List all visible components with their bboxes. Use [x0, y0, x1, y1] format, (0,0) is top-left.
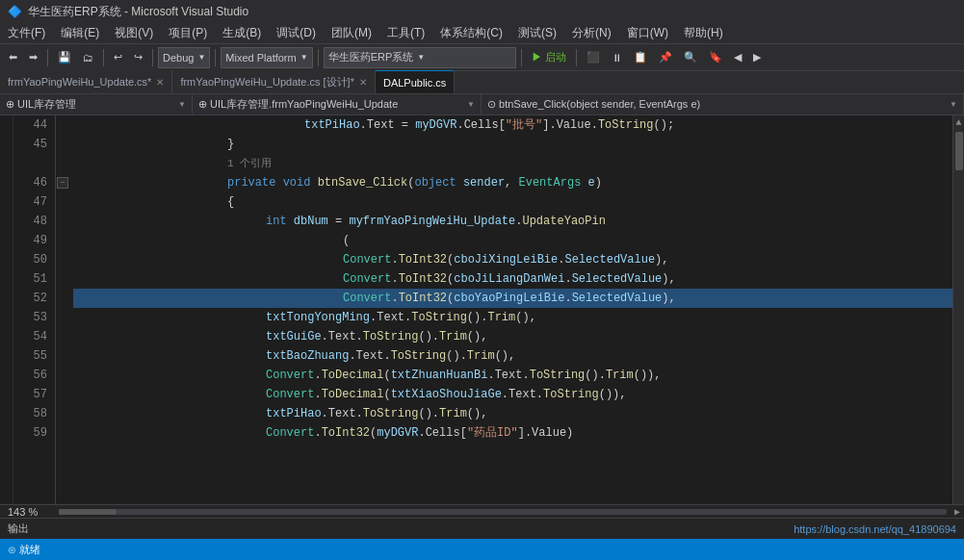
menu-view[interactable]: 视图(V)	[107, 23, 161, 43]
menu-help[interactable]: 帮助(H)	[676, 23, 731, 43]
menu-debug[interactable]: 调试(D)	[269, 23, 324, 43]
toolbar-icon8[interactable]: ▶	[748, 47, 766, 68]
hscroll-right-arrow[interactable]: ▶	[951, 506, 964, 518]
debug-dropdown-arrow: ▼	[197, 53, 205, 62]
debug-mode-dropdown[interactable]: Debug ▼	[158, 47, 210, 68]
code-line-59: Convert.ToInt32(myDGVR.Cells["药品ID"].Val…	[73, 423, 952, 443]
line-ref	[13, 154, 47, 173]
toolbar-sep3	[152, 49, 153, 66]
line-52: 52	[13, 289, 47, 308]
title-bar: 🔷 华生医药ERP系统 - Microsoft Visual Studio	[0, 0, 964, 23]
toolbar-icon3[interactable]: 📋	[629, 47, 652, 68]
toolbar-icon2[interactable]: ⏸	[607, 47, 627, 68]
toolbar-sep5	[318, 49, 319, 66]
ctx-dropdown-2[interactable]: ⊙ btnSave_Click(object sender, EventArgs…	[482, 94, 964, 115]
line-59: 59	[13, 423, 47, 443]
status-bar: ⊙ 就绪	[0, 539, 964, 560]
code-line-ref: 1 个引用	[73, 154, 952, 173]
toolbar-save-btn[interactable]: 💾	[53, 47, 76, 68]
tab-0-close[interactable]: ✕	[156, 77, 164, 88]
code-line-45: }	[73, 135, 952, 154]
ctx-dropdown-0[interactable]: ⊕ UIL库存管理 ▼	[0, 94, 193, 115]
code-line-52: Convert.ToInt32(cboYaoPingLeiBie.Selecte…	[73, 289, 952, 308]
tab-2[interactable]: DALPublic.cs	[376, 70, 455, 93]
hscroll-bar: 143 % ▶	[0, 504, 964, 518]
ctx-label-1: ⊕ UIL库存管理.frmYaoPingWeiHu_Update	[198, 97, 398, 112]
zoom-level: 143 %	[0, 506, 45, 518]
line-45: 45	[13, 135, 47, 154]
toolbar-undo-btn[interactable]: ↩	[109, 47, 127, 68]
collapse-gutter: −	[56, 115, 69, 504]
start-button[interactable]: ▶ 启动	[527, 47, 571, 68]
menu-arch[interactable]: 体系结构(C)	[432, 23, 510, 43]
tab-1[interactable]: frmYaoPingWeiHu_Update.cs [设计]* ✕	[172, 70, 376, 93]
tab-0-label: frmYaoPingWeiHu_Update.cs*	[8, 76, 151, 88]
line-56: 56	[13, 366, 47, 385]
collapse-btn-46[interactable]: −	[57, 173, 68, 189]
line-numbers: 44 45 46 47 48 49 50 51 52 53 54 55 56 5…	[13, 115, 56, 504]
toolbar: ⬅ ➡ 💾 🗂 ↩ ↪ Debug ▼ Mixed Platform ▼ 华生医…	[0, 44, 964, 71]
menu-team[interactable]: 团队(M)	[324, 23, 379, 43]
line-54: 54	[13, 327, 47, 346]
menu-project[interactable]: 项目(P)	[161, 23, 215, 43]
ctx-label-0: ⊕ UIL库存管理	[6, 97, 76, 112]
breakpoint-gutter	[0, 115, 13, 504]
line-46: 46	[13, 173, 47, 192]
toolbar-icon1[interactable]: ⬛	[582, 47, 605, 68]
ctx-label-2: ⊙ btnSave_Click(object sender, EventArgs…	[487, 98, 700, 111]
code-line-51: Convert.ToInt32(cboJiLiangDanWei.Selecte…	[73, 269, 952, 289]
toolbar-redo-btn[interactable]: ↪	[129, 47, 147, 68]
scrollbar-thumb[interactable]	[955, 132, 963, 170]
code-line-55: txtBaoZhuang.Text.ToString().Trim(),	[73, 346, 952, 366]
tab-0[interactable]: frmYaoPingWeiHu_Update.cs* ✕	[0, 70, 172, 93]
line-57: 57	[13, 385, 47, 404]
toolbar-icon4[interactable]: 📌	[654, 47, 677, 68]
line-55: 55	[13, 346, 47, 366]
toolbar-sep1	[47, 49, 48, 66]
scrollbar-up-arrow[interactable]: ▲	[955, 117, 961, 128]
output-bar: 输出 https://blog.csdn.net/qq_41890694	[0, 518, 964, 539]
main-layout: 🔷 华生医药ERP系统 - Microsoft Visual Studio 文件…	[0, 0, 964, 560]
vertical-scrollbar[interactable]: ▲	[952, 115, 964, 504]
hscroll-track[interactable]	[59, 509, 947, 515]
ctx-dropdown-1[interactable]: ⊕ UIL库存管理.frmYaoPingWeiHu_Update ▼	[193, 94, 482, 115]
window-title: 华生医药ERP系统 - Microsoft Visual Studio	[28, 4, 248, 20]
toolbar-icon6[interactable]: 🔖	[704, 47, 727, 68]
platform-dropdown[interactable]: Mixed Platform ▼	[221, 47, 312, 68]
code-line-50: Convert.ToInt32(cboJiXingLeiBie.Selected…	[73, 250, 952, 269]
hscroll-thumb[interactable]	[59, 509, 117, 515]
project-dropdown[interactable]: 华生医药ERP系统 ▼	[324, 47, 516, 68]
line-47: 47	[13, 192, 47, 212]
menu-build[interactable]: 生成(B)	[215, 23, 269, 43]
status-info: ⊙ 就绪	[8, 543, 40, 557]
menu-analyze[interactable]: 分析(N)	[564, 23, 619, 43]
code-line-57: Convert.ToDecimal(txtXiaoShouJiaGe.Text.…	[73, 385, 952, 404]
output-label: 输出	[8, 522, 29, 536]
menu-edit[interactable]: 编辑(E)	[53, 23, 107, 43]
code-content[interactable]: txtPiHao.Text = myDGVR.Cells["批号"].Value…	[69, 115, 952, 504]
line-48: 48	[13, 212, 47, 231]
toolbar-sep7	[576, 49, 577, 66]
toolbar-icon7[interactable]: ◀	[729, 47, 746, 68]
line-53: 53	[13, 308, 47, 327]
status-url: https://blog.csdn.net/qq_41890694	[794, 523, 956, 535]
code-line-46: private void btnSave_Click(object sender…	[73, 173, 952, 192]
menu-file[interactable]: 文件(F)	[0, 23, 53, 43]
toolbar-icon5[interactable]: 🔍	[679, 47, 702, 68]
toolbar-forward-btn[interactable]: ➡	[24, 47, 42, 68]
menu-test[interactable]: 测试(S)	[510, 23, 564, 43]
toolbar-back-btn[interactable]: ⬅	[4, 47, 22, 68]
code-line-44: txtPiHao.Text = myDGVR.Cells["批号"].Value…	[73, 115, 952, 135]
code-line-49: (	[73, 231, 952, 250]
menu-window[interactable]: 窗口(W)	[619, 23, 676, 43]
line-49: 49	[13, 231, 47, 250]
menu-tools[interactable]: 工具(T)	[379, 23, 432, 43]
code-line-53: txtTongYongMing.Text.ToString().Trim(),	[73, 308, 952, 327]
toolbar-save-all-btn[interactable]: 🗂	[78, 47, 98, 68]
platform-dropdown-arrow: ▼	[300, 53, 308, 62]
tab-1-close[interactable]: ✕	[359, 77, 367, 88]
tab-2-label: DALPublic.cs	[383, 77, 446, 89]
project-dropdown-arrow: ▼	[417, 53, 425, 62]
editor-outer: 44 45 46 47 48 49 50 51 52 53 54 55 56 5…	[0, 115, 964, 504]
line-44: 44	[13, 115, 47, 135]
